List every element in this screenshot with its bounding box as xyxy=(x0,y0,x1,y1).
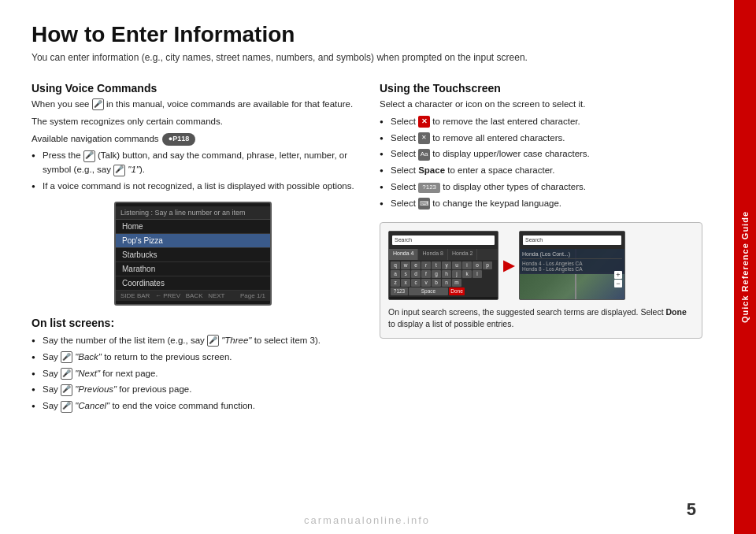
mic-icon-3: 🎤 xyxy=(113,165,125,176)
touchscreen-caption: On input search screens, the suggested s… xyxy=(388,306,694,330)
key-y[interactable]: y xyxy=(442,261,451,269)
caption-end: to display a list of possible entries. xyxy=(388,319,513,328)
voice-section-title: Using Voice Commands xyxy=(32,82,354,95)
lang-icon: ⌨ xyxy=(418,198,430,210)
key-z[interactable]: z xyxy=(391,279,400,287)
kbd-tab-honda8: Honda 8 xyxy=(418,249,447,260)
kbd-row-3: z x c v b n m xyxy=(391,279,496,287)
map-result-1: Honda 4 - Los Angeles CA xyxy=(522,261,622,266)
kbd-keys-1: q w e r t y u i o p xyxy=(389,260,498,297)
mic-icon-8: 🎤 xyxy=(61,401,72,413)
mic-icon-4: 🎤 xyxy=(207,335,219,347)
mic-icon-7: 🎤 xyxy=(61,384,72,396)
key-i[interactable]: i xyxy=(462,261,472,269)
key-b[interactable]: b xyxy=(432,279,441,287)
key-w[interactable]: w xyxy=(401,261,410,269)
screen-item-pizza: Pop's Pizza xyxy=(116,234,270,248)
key-d[interactable]: d xyxy=(411,270,421,278)
touchscreen-images: Search Honda 4 Honda 8 Honda 2 q w xyxy=(388,231,694,300)
key-m[interactable]: m xyxy=(452,279,461,287)
screen-top-bar: Listening : Say a line number or an item xyxy=(116,206,270,220)
key-n[interactable]: n xyxy=(442,279,451,287)
touchscreen-intro: Select a character or icon on the screen… xyxy=(380,98,702,112)
num-icon: ?123 xyxy=(418,183,440,193)
key-done[interactable]: Done xyxy=(449,287,465,295)
key-j[interactable]: j xyxy=(452,270,461,278)
key-r[interactable]: r xyxy=(421,261,431,269)
key-g[interactable]: g xyxy=(432,270,441,278)
space-label: Space xyxy=(418,165,445,175)
touchscreen-bullets: Select ✕ to remove the last entered char… xyxy=(380,115,702,211)
screen-item-starbucks: Starbucks xyxy=(116,248,270,262)
voice-para2: The system recognizes only certain comma… xyxy=(32,115,354,129)
key-t[interactable]: t xyxy=(432,261,441,269)
list-screens-title: On list screens: xyxy=(32,317,354,329)
list-bullet-3: Say 🎤 "Next" for next page. xyxy=(32,367,354,381)
kbd-search-bar-1: Search xyxy=(392,235,495,245)
screen-bottom-bar: SIDE BAR ← PREV BACK NEXT Page 1/1 xyxy=(116,291,270,301)
page-number: 5 xyxy=(687,499,696,520)
zoom-out-button[interactable]: − xyxy=(614,280,622,287)
col-right: Using the Touchscreen Select a character… xyxy=(380,82,702,416)
mic-icon-2: 🎤 xyxy=(83,150,95,162)
map-result-title: Honda (Los Cont...) xyxy=(522,251,622,259)
kbd-search-bar-2: Search xyxy=(523,235,621,245)
key-k[interactable]: k xyxy=(462,270,472,278)
del-icon: ✕ xyxy=(418,116,430,128)
kbd-row-1: q w e r t y u i o p xyxy=(391,261,496,269)
map-result-2: Honda 8 - Los Angeles CA xyxy=(522,266,622,272)
key-q[interactable]: q xyxy=(391,261,400,269)
ts-bullet-1: Select ✕ to remove the last entered char… xyxy=(380,115,702,129)
watermark: carmanualonline.info xyxy=(304,514,430,526)
kbd-top-1: Search xyxy=(389,232,498,249)
ts-bullet-2: Select ✕ to remove all entered character… xyxy=(380,132,702,146)
kbd-screen-1: Search Honda 4 Honda 8 Honda 2 q w xyxy=(388,231,498,300)
key-e[interactable]: e xyxy=(411,261,421,269)
screen-item-home: Home xyxy=(116,220,270,234)
two-column-layout: Using Voice Commands When you see 🎤 in t… xyxy=(32,82,702,416)
search-text-1: Search xyxy=(395,237,412,243)
screen-page: Page 1/1 xyxy=(240,292,265,299)
map-zoom-controls: + − xyxy=(614,271,622,287)
ts-bullet-6: Select ⌨ to change the keypad language. xyxy=(380,197,702,211)
screen-mockup: Listening : Say a line number or an item… xyxy=(114,202,272,306)
ts-bullet-5: Select ?123 to display other types of ch… xyxy=(380,180,702,195)
key-s[interactable]: s xyxy=(401,270,410,278)
list-bullet-4: Say 🎤 "Previous" for previous page. xyxy=(32,383,354,397)
list-bullet-2: Say 🎤 "Back" to return to the previous s… xyxy=(32,350,354,365)
key-l[interactable]: l xyxy=(472,270,482,278)
map-background: Honda (Los Cont...) Honda 4 - Los Angele… xyxy=(520,249,624,300)
key-v[interactable]: v xyxy=(421,279,431,287)
touchscreen-box: Search Honda 4 Honda 8 Honda 2 q w xyxy=(380,222,702,339)
mic-icon-5: 🎤 xyxy=(61,351,72,363)
voice-bullet-1: Press the 🎤 (Talk) button, and say the c… xyxy=(32,149,354,177)
kbd-row-4: ?123 Space Done xyxy=(391,287,496,295)
col-left: Using Voice Commands When you see 🎤 in t… xyxy=(32,82,354,416)
list-bullet-5: Say 🎤 "Cancel" to end the voice command … xyxy=(32,399,354,413)
voice-bullet-2: If a voice command is not recognized, a … xyxy=(32,180,354,194)
ts-bullet-4: Select Space to enter a space character. xyxy=(380,164,702,178)
key-u[interactable]: u xyxy=(452,261,461,269)
page-subtitle: You can enter information (e.g., city na… xyxy=(32,52,702,63)
key-p[interactable]: p xyxy=(483,261,492,269)
screen-bottom-left: SIDE BAR ← PREV BACK NEXT xyxy=(120,292,224,299)
list-bullet-1: Say the number of the list item (e.g., s… xyxy=(32,334,354,348)
key-space[interactable]: Space xyxy=(409,287,448,295)
caption-prefix: On input search screens, the suggested s… xyxy=(388,307,664,317)
key-h[interactable]: h xyxy=(442,270,451,278)
x-icon: ✕ xyxy=(418,132,430,144)
key-x[interactable]: x xyxy=(401,279,410,287)
key-f[interactable]: f xyxy=(421,270,431,278)
voice-para1: When you see 🎤 in this manual, voice com… xyxy=(32,98,354,112)
main-content: How to Enter Information You can enter i… xyxy=(0,0,734,534)
key-c[interactable]: c xyxy=(411,279,421,287)
p118-badge: ●P118 xyxy=(162,133,195,146)
map-overlay: Honda (Los Cont...) Honda 4 - Los Angele… xyxy=(520,249,624,274)
zoom-in-button[interactable]: + xyxy=(614,271,622,279)
key-o[interactable]: o xyxy=(472,261,482,269)
key-a[interactable]: a xyxy=(391,270,400,278)
key-num[interactable]: ?123 xyxy=(391,287,408,295)
page-title: How to Enter Information xyxy=(32,22,702,47)
kbd-tabs-1: Honda 4 Honda 8 Honda 2 xyxy=(389,249,498,260)
screen-item-coord: Coordinates xyxy=(116,276,270,291)
